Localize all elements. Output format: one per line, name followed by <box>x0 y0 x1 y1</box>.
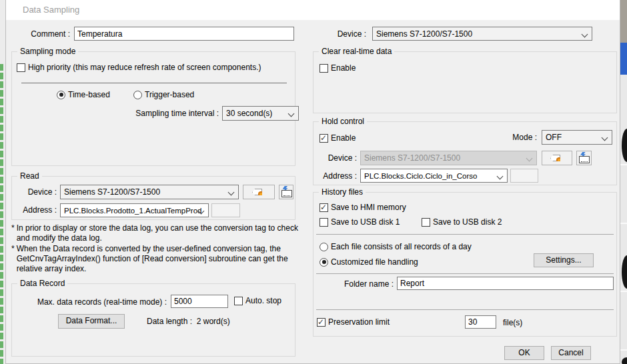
section-divider <box>316 273 614 274</box>
background-divider <box>620 164 627 165</box>
read-address-dropdown[interactable]: PLC.Blocks.Prodotto_1.ActualTempProd <box>60 203 209 217</box>
hold-address-dropdown[interactable]: PLC.Blocks.Ciclo.Ciclo_in_Corso <box>360 169 508 183</box>
note-array-index: * When the Data record is converted by t… <box>11 244 303 274</box>
high-priority-checkbox[interactable] <box>17 63 25 72</box>
background-window-edge <box>620 0 627 43</box>
hold-device-dropdown-disabled: Siemens S7-1200/S7-1500 <box>360 151 537 165</box>
hold-control-group-title: Hold control <box>319 117 367 126</box>
each-file-radio[interactable] <box>320 243 328 251</box>
comment-input[interactable] <box>74 27 294 41</box>
customized-row: Customized file handling <box>320 257 418 267</box>
preservation-checkbox[interactable] <box>317 318 326 327</box>
chevron-down-icon <box>602 135 608 141</box>
sampling-interval-dropdown[interactable]: 30 second(s) <box>222 106 299 121</box>
ok-button[interactable]: OK <box>504 346 544 360</box>
files-suffix-label: file(s) <box>503 318 522 327</box>
save-hmi-row: Save to HMI memory <box>320 203 406 212</box>
preservation-row: Preservation limit <box>317 317 390 327</box>
hold-mode-value: OFF <box>546 133 562 142</box>
hold-tag-library-button[interactable] <box>542 151 572 165</box>
device-dropdown[interactable]: Siemens S7-1200/S7-1500 <box>372 27 592 41</box>
keyboard-input-icon <box>281 187 292 197</box>
folder-name-input[interactable] <box>397 277 614 290</box>
max-records-input[interactable] <box>171 295 228 308</box>
high-priority-row: High priority (this may reduce refresh r… <box>17 63 261 72</box>
hold-device-value: Siemens S7-1200/S7-1500 <box>364 153 460 163</box>
note-bullet: * <box>11 244 15 274</box>
background-divider <box>620 349 627 351</box>
clear-realtime-group-title: Clear real-time data <box>319 47 394 56</box>
hold-enable-label: Enable <box>331 133 356 143</box>
save-usb1-checkbox[interactable] <box>320 218 328 227</box>
data-length-label: Data length : <box>147 317 192 326</box>
sampling-mode-group: Sampling mode High priority (this may re… <box>11 51 295 166</box>
auto-stop-row: Auto. stop <box>234 296 281 305</box>
hold-address-label: Address : <box>314 171 357 181</box>
chevron-down-icon <box>288 111 295 117</box>
settings-button[interactable]: Settings... <box>534 253 594 267</box>
cancel-button[interactable]: Cancel <box>551 346 591 360</box>
hold-mode-dropdown[interactable]: OFF <box>542 130 612 145</box>
max-records-label: Max. data records (real-time mode) : <box>12 297 167 307</box>
hold-enable-checkbox[interactable] <box>320 134 328 143</box>
chevron-down-icon <box>497 173 504 180</box>
read-keyboard-input-button[interactable] <box>279 185 293 199</box>
chevron-down-icon <box>228 189 235 196</box>
read-tag-library-button[interactable] <box>243 185 275 199</box>
read-device-dropdown[interactable]: Siemens S7-1200/S7-1500 <box>60 185 239 199</box>
save-usb1-row: Save to USB disk 1 <box>320 217 400 227</box>
hold-control-group: Hold control Enable Mode : OFF Device : … <box>313 121 617 185</box>
customized-label: Customized file handling <box>331 257 418 267</box>
background-glyph <box>622 255 627 289</box>
folder-name-label: Folder name : <box>330 279 394 289</box>
preservation-input[interactable] <box>465 315 496 329</box>
trigger-based-radio[interactable] <box>133 91 142 99</box>
comment-label: Comment : <box>18 29 70 39</box>
auto-stop-checkbox[interactable] <box>234 297 243 305</box>
history-files-group-title: History files <box>319 187 366 197</box>
sampling-mode-group-title: Sampling mode <box>17 47 78 56</box>
trigger-based-row: Trigger-based <box>133 90 194 99</box>
history-files-group: History files Save to HMI memory Save to… <box>313 192 617 337</box>
hold-device-label: Device : <box>314 153 357 163</box>
chevron-down-icon <box>526 155 533 162</box>
address-tag-icon <box>252 188 265 197</box>
each-file-row: Each file consists of all records of a d… <box>320 242 472 251</box>
hold-keyboard-input-button[interactable] <box>576 151 592 165</box>
background-glyph <box>622 129 627 162</box>
clear-enable-row: Enable <box>320 63 356 73</box>
time-based-label: Time-based <box>68 90 110 99</box>
hold-mode-label: Mode : <box>474 133 537 142</box>
section-divider <box>316 309 614 310</box>
data-format-button[interactable]: Data Format... <box>58 314 125 329</box>
read-address-label: Address : <box>12 205 57 215</box>
save-usb2-checkbox[interactable] <box>422 218 430 227</box>
device-dropdown-value: Siemens S7-1200/S7-1500 <box>376 29 472 39</box>
clear-realtime-group: Clear real-time data Enable <box>313 51 617 113</box>
save-usb2-label: Save to USB disk 2 <box>433 217 502 227</box>
read-group-title: Read <box>17 171 42 181</box>
data-length-row: Data length : 2 word(s) <box>147 317 230 326</box>
high-priority-label: High priority (this may reduce refresh r… <box>28 63 261 72</box>
chevron-down-icon <box>582 31 588 38</box>
sampling-interval-value: 30 second(s) <box>226 109 272 118</box>
note-text: In prior to display or store the data lo… <box>17 223 303 243</box>
data-record-group: Data Record Max. data records (real-time… <box>11 283 295 357</box>
device-label: Device : <box>299 29 366 39</box>
auto-stop-label: Auto. stop <box>245 296 281 305</box>
save-hmi-label: Save to HMI memory <box>331 203 406 212</box>
read-address-index-box <box>211 203 240 217</box>
background-right-strip <box>620 0 627 364</box>
hold-address-value: PLC.Blocks.Ciclo.Ciclo_in_Corso <box>364 172 477 180</box>
note-text: When the Data record is converted by the… <box>17 244 303 274</box>
read-group: Read Device : Siemens S7-1200/S7-1500 Ad… <box>11 176 295 220</box>
data-length-value: 2 word(s) <box>197 317 230 326</box>
save-usb2-row: Save to USB disk 2 <box>422 217 502 227</box>
dialog-titlebar: Data Sampling <box>6 0 620 20</box>
time-based-radio[interactable] <box>57 91 65 99</box>
clear-enable-checkbox[interactable] <box>320 64 328 73</box>
note-bullet: * <box>11 223 15 243</box>
save-hmi-checkbox[interactable] <box>320 203 328 212</box>
customized-radio[interactable] <box>320 258 328 267</box>
save-usb1-label: Save to USB disk 1 <box>331 217 400 227</box>
